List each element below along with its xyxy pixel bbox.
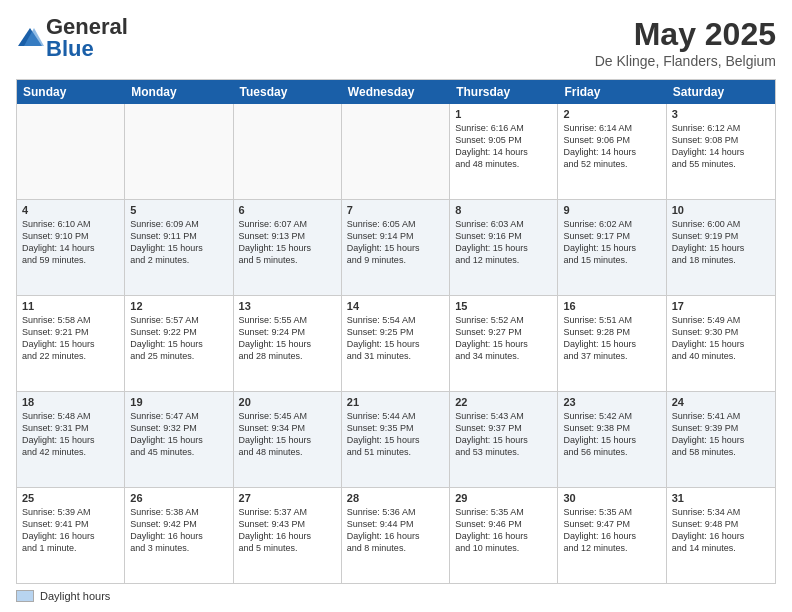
day-number: 12 (130, 300, 227, 312)
day-cell-3: 3Sunrise: 6:12 AM Sunset: 9:08 PM Daylig… (667, 104, 775, 199)
calendar-row-1: 1Sunrise: 6:16 AM Sunset: 9:05 PM Daylig… (17, 104, 775, 200)
day-cell-13: 13Sunrise: 5:55 AM Sunset: 9:24 PM Dayli… (234, 296, 342, 391)
day-cell-28: 28Sunrise: 5:36 AM Sunset: 9:44 PM Dayli… (342, 488, 450, 583)
day-info: Sunrise: 6:16 AM Sunset: 9:05 PM Dayligh… (455, 122, 552, 171)
calendar-header: SundayMondayTuesdayWednesdayThursdayFrid… (17, 80, 775, 104)
day-cell-22: 22Sunrise: 5:43 AM Sunset: 9:37 PM Dayli… (450, 392, 558, 487)
day-cell-4: 4Sunrise: 6:10 AM Sunset: 9:10 PM Daylig… (17, 200, 125, 295)
day-info: Sunrise: 5:34 AM Sunset: 9:48 PM Dayligh… (672, 506, 770, 555)
day-cell-7: 7Sunrise: 6:05 AM Sunset: 9:14 PM Daylig… (342, 200, 450, 295)
empty-cell (125, 104, 233, 199)
day-cell-8: 8Sunrise: 6:03 AM Sunset: 9:16 PM Daylig… (450, 200, 558, 295)
day-info: Sunrise: 5:43 AM Sunset: 9:37 PM Dayligh… (455, 410, 552, 459)
day-number: 18 (22, 396, 119, 408)
day-number: 2 (563, 108, 660, 120)
day-number: 11 (22, 300, 119, 312)
day-cell-1: 1Sunrise: 6:16 AM Sunset: 9:05 PM Daylig… (450, 104, 558, 199)
day-info: Sunrise: 5:47 AM Sunset: 9:32 PM Dayligh… (130, 410, 227, 459)
day-number: 13 (239, 300, 336, 312)
day-cell-24: 24Sunrise: 5:41 AM Sunset: 9:39 PM Dayli… (667, 392, 775, 487)
day-info: Sunrise: 6:10 AM Sunset: 9:10 PM Dayligh… (22, 218, 119, 267)
day-number: 5 (130, 204, 227, 216)
empty-cell (234, 104, 342, 199)
calendar-row-5: 25Sunrise: 5:39 AM Sunset: 9:41 PM Dayli… (17, 488, 775, 583)
day-number: 29 (455, 492, 552, 504)
empty-cell (17, 104, 125, 199)
day-number: 27 (239, 492, 336, 504)
title-block: May 2025 De Klinge, Flanders, Belgium (595, 16, 776, 69)
day-number: 23 (563, 396, 660, 408)
day-info: Sunrise: 5:41 AM Sunset: 9:39 PM Dayligh… (672, 410, 770, 459)
calendar: SundayMondayTuesdayWednesdayThursdayFrid… (16, 79, 776, 584)
day-info: Sunrise: 6:07 AM Sunset: 9:13 PM Dayligh… (239, 218, 336, 267)
weekday-header-thursday: Thursday (450, 80, 558, 104)
day-info: Sunrise: 5:35 AM Sunset: 9:46 PM Dayligh… (455, 506, 552, 555)
day-info: Sunrise: 5:35 AM Sunset: 9:47 PM Dayligh… (563, 506, 660, 555)
day-cell-18: 18Sunrise: 5:48 AM Sunset: 9:31 PM Dayli… (17, 392, 125, 487)
day-number: 1 (455, 108, 552, 120)
day-cell-25: 25Sunrise: 5:39 AM Sunset: 9:41 PM Dayli… (17, 488, 125, 583)
logo-blue-text: Blue (46, 36, 94, 61)
day-info: Sunrise: 5:51 AM Sunset: 9:28 PM Dayligh… (563, 314, 660, 363)
day-cell-12: 12Sunrise: 5:57 AM Sunset: 9:22 PM Dayli… (125, 296, 233, 391)
day-number: 31 (672, 492, 770, 504)
day-info: Sunrise: 5:42 AM Sunset: 9:38 PM Dayligh… (563, 410, 660, 459)
day-info: Sunrise: 5:38 AM Sunset: 9:42 PM Dayligh… (130, 506, 227, 555)
main-title: May 2025 (595, 16, 776, 53)
day-cell-17: 17Sunrise: 5:49 AM Sunset: 9:30 PM Dayli… (667, 296, 775, 391)
calendar-body: 1Sunrise: 6:16 AM Sunset: 9:05 PM Daylig… (17, 104, 775, 583)
weekday-header-saturday: Saturday (667, 80, 775, 104)
legend: Daylight hours (16, 590, 776, 602)
empty-cell (342, 104, 450, 199)
day-number: 6 (239, 204, 336, 216)
day-cell-15: 15Sunrise: 5:52 AM Sunset: 9:27 PM Dayli… (450, 296, 558, 391)
day-cell-30: 30Sunrise: 5:35 AM Sunset: 9:47 PM Dayli… (558, 488, 666, 583)
day-cell-10: 10Sunrise: 6:00 AM Sunset: 9:19 PM Dayli… (667, 200, 775, 295)
day-number: 26 (130, 492, 227, 504)
day-info: Sunrise: 5:39 AM Sunset: 9:41 PM Dayligh… (22, 506, 119, 555)
day-cell-16: 16Sunrise: 5:51 AM Sunset: 9:28 PM Dayli… (558, 296, 666, 391)
day-info: Sunrise: 6:12 AM Sunset: 9:08 PM Dayligh… (672, 122, 770, 171)
calendar-row-3: 11Sunrise: 5:58 AM Sunset: 9:21 PM Dayli… (17, 296, 775, 392)
day-number: 4 (22, 204, 119, 216)
day-cell-31: 31Sunrise: 5:34 AM Sunset: 9:48 PM Dayli… (667, 488, 775, 583)
day-number: 22 (455, 396, 552, 408)
legend-swatch (16, 590, 34, 602)
day-info: Sunrise: 5:49 AM Sunset: 9:30 PM Dayligh… (672, 314, 770, 363)
calendar-row-2: 4Sunrise: 6:10 AM Sunset: 9:10 PM Daylig… (17, 200, 775, 296)
weekday-header-monday: Monday (125, 80, 233, 104)
day-number: 19 (130, 396, 227, 408)
day-number: 20 (239, 396, 336, 408)
day-number: 9 (563, 204, 660, 216)
day-number: 8 (455, 204, 552, 216)
day-info: Sunrise: 6:03 AM Sunset: 9:16 PM Dayligh… (455, 218, 552, 267)
day-cell-26: 26Sunrise: 5:38 AM Sunset: 9:42 PM Dayli… (125, 488, 233, 583)
day-number: 30 (563, 492, 660, 504)
calendar-row-4: 18Sunrise: 5:48 AM Sunset: 9:31 PM Dayli… (17, 392, 775, 488)
day-number: 25 (22, 492, 119, 504)
page: General Blue May 2025 De Klinge, Flander… (0, 0, 792, 612)
day-number: 15 (455, 300, 552, 312)
subtitle: De Klinge, Flanders, Belgium (595, 53, 776, 69)
day-cell-21: 21Sunrise: 5:44 AM Sunset: 9:35 PM Dayli… (342, 392, 450, 487)
logo-icon (16, 24, 44, 52)
day-number: 16 (563, 300, 660, 312)
day-info: Sunrise: 5:52 AM Sunset: 9:27 PM Dayligh… (455, 314, 552, 363)
day-number: 3 (672, 108, 770, 120)
header: General Blue May 2025 De Klinge, Flander… (16, 16, 776, 69)
day-info: Sunrise: 5:54 AM Sunset: 9:25 PM Dayligh… (347, 314, 444, 363)
weekday-header-wednesday: Wednesday (342, 80, 450, 104)
weekday-header-tuesday: Tuesday (234, 80, 342, 104)
day-number: 24 (672, 396, 770, 408)
day-number: 21 (347, 396, 444, 408)
day-info: Sunrise: 5:55 AM Sunset: 9:24 PM Dayligh… (239, 314, 336, 363)
day-info: Sunrise: 5:44 AM Sunset: 9:35 PM Dayligh… (347, 410, 444, 459)
day-number: 17 (672, 300, 770, 312)
day-cell-14: 14Sunrise: 5:54 AM Sunset: 9:25 PM Dayli… (342, 296, 450, 391)
day-info: Sunrise: 6:09 AM Sunset: 9:11 PM Dayligh… (130, 218, 227, 267)
day-cell-6: 6Sunrise: 6:07 AM Sunset: 9:13 PM Daylig… (234, 200, 342, 295)
day-cell-20: 20Sunrise: 5:45 AM Sunset: 9:34 PM Dayli… (234, 392, 342, 487)
day-info: Sunrise: 5:57 AM Sunset: 9:22 PM Dayligh… (130, 314, 227, 363)
day-info: Sunrise: 6:02 AM Sunset: 9:17 PM Dayligh… (563, 218, 660, 267)
day-info: Sunrise: 6:00 AM Sunset: 9:19 PM Dayligh… (672, 218, 770, 267)
